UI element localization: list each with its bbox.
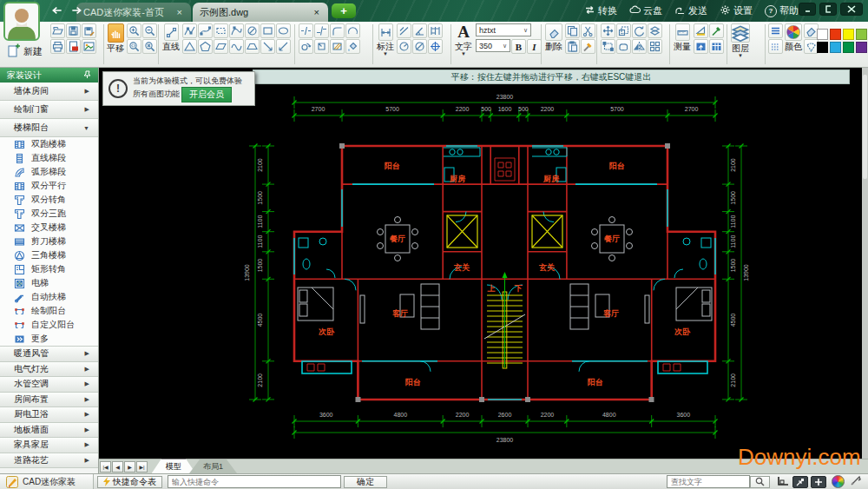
export-pdf-button[interactable]	[66, 39, 81, 54]
dimension-button[interactable]	[378, 23, 393, 41]
ray-tool[interactable]	[260, 39, 275, 54]
construction-tool[interactable]	[214, 23, 228, 38]
bold-button[interactable]: B	[511, 39, 526, 54]
draw-order-icon[interactable]	[850, 474, 861, 489]
color-swatch[interactable]	[856, 29, 867, 40]
sidebar-section[interactable]: 道路花艺▶	[0, 453, 98, 469]
polyline-tool[interactable]	[182, 23, 197, 38]
titlebar-action-gear[interactable]: 设置	[720, 4, 753, 17]
rectangle-tool[interactable]	[260, 23, 275, 38]
sidebar-item[interactable]: 交叉楼梯	[0, 221, 98, 235]
sidebar-section[interactable]: 家具家居▶	[0, 438, 98, 453]
sidebar-section[interactable]: 房间布置▶	[0, 393, 98, 408]
sidebar-item[interactable]: 绘制阳台	[0, 304, 98, 318]
new-tab-button[interactable]: +	[332, 3, 356, 18]
sidebar-section-doors[interactable]: 绘制门窗▶	[0, 101, 98, 119]
prev-layout-button[interactable]: ◀	[112, 461, 123, 472]
open-button[interactable]	[50, 23, 65, 38]
color-swatch[interactable]	[817, 29, 828, 40]
forward-button[interactable]	[66, 3, 87, 18]
format-painter-button[interactable]	[581, 39, 595, 54]
aligned-dim-tool[interactable]	[397, 23, 411, 38]
ortho-mode-icon[interactable]	[777, 474, 789, 489]
titlebar-action-help[interactable]: ?帮助	[765, 4, 799, 17]
color-swatch[interactable]	[830, 29, 841, 40]
color-swatch[interactable]	[843, 29, 854, 40]
xline-tool[interactable]	[276, 39, 291, 54]
mirror-tool[interactable]	[632, 39, 647, 54]
sidebar-item[interactable]: 剪刀楼梯	[0, 235, 98, 248]
zoom-out-button[interactable]	[142, 23, 157, 38]
minimize-button[interactable]	[799, 3, 816, 16]
back-button[interactable]	[47, 3, 68, 18]
markup-tool[interactable]	[709, 23, 724, 38]
sidebar-section[interactable]: 厨电卫浴▶	[0, 407, 98, 423]
revision-cloud-tool[interactable]	[229, 39, 244, 54]
sidebar-item[interactable]: 双跑楼梯	[0, 137, 98, 151]
tab-close-icon[interactable]: ×	[175, 8, 184, 17]
zoom-extents-button[interactable]	[142, 39, 157, 54]
pan-button[interactable]	[108, 23, 124, 43]
rotate-tool[interactable]	[632, 23, 647, 38]
erase-button[interactable]	[545, 23, 562, 41]
revolve-tool[interactable]	[299, 39, 313, 54]
layers-button[interactable]	[731, 23, 750, 43]
baseline-dim-tool[interactable]	[428, 23, 443, 38]
copy-objects-tool[interactable]	[648, 23, 662, 38]
offset-tool[interactable]	[616, 39, 631, 54]
measure-button[interactable]	[675, 23, 690, 41]
find-text-input[interactable]	[667, 475, 750, 488]
titlebar-action-send[interactable]: 发送	[674, 4, 707, 17]
cut-button[interactable]	[581, 23, 595, 38]
sidebar-section[interactable]: 电气灯光▶	[0, 362, 98, 378]
stretch-tool[interactable]	[601, 39, 615, 54]
color-swatch[interactable]	[817, 42, 828, 53]
save-as-button[interactable]	[82, 23, 96, 38]
last-layout-button[interactable]: ▶|	[136, 461, 148, 472]
trim-tool[interactable]	[314, 23, 329, 38]
sidebar-section[interactable]: 水管空调▶	[0, 377, 98, 393]
radius-dim-tool[interactable]	[397, 39, 411, 54]
paste-button[interactable]	[565, 39, 580, 54]
sidebar-section[interactable]: 地板墙面▶	[0, 423, 98, 439]
trapezoid-tool[interactable]	[245, 39, 260, 54]
layout1-tab[interactable]: 布局1	[189, 459, 237, 473]
tab-home[interactable]: CAD迷你家装-首页 ×	[76, 3, 191, 22]
triangle-tool[interactable]	[182, 39, 197, 54]
sidebar-item[interactable]: 更多	[0, 332, 98, 346]
zoom-window-button[interactable]	[127, 39, 141, 54]
sidebar-item[interactable]: 电梯	[0, 276, 98, 290]
arc-tool[interactable]	[345, 23, 360, 38]
sidebar-item[interactable]: 双分三跑	[0, 207, 98, 221]
titlebar-action-cloud[interactable]: 云盘	[629, 4, 662, 17]
ellipse-tool[interactable]	[276, 23, 291, 38]
zoom-in-button[interactable]	[127, 23, 141, 38]
close-button[interactable]	[840, 3, 863, 16]
save-button[interactable]	[66, 23, 81, 38]
next-layout-button[interactable]: ▶	[124, 461, 135, 472]
color-wheel-button[interactable]	[785, 23, 802, 41]
print-button[interactable]	[50, 39, 65, 54]
app-task-item[interactable]: CAD迷你家装	[0, 474, 94, 489]
sidebar-item[interactable]: 直线梯段	[0, 151, 98, 165]
sidebar-section-stairs[interactable]: 楼梯阳台▼	[0, 119, 98, 137]
bezier-tool[interactable]	[229, 23, 244, 38]
fillet-tool[interactable]	[330, 23, 345, 38]
italic-button[interactable]: I	[527, 39, 542, 54]
break-tool[interactable]	[299, 23, 313, 38]
lineweight-button[interactable]	[768, 39, 783, 54]
command-input[interactable]	[168, 475, 341, 488]
scale-tool[interactable]	[616, 23, 631, 38]
diameter-dim-tool[interactable]	[412, 39, 427, 54]
color-swatch[interactable]	[830, 42, 841, 53]
sidebar-item[interactable]: 矩形转角	[0, 262, 98, 276]
edit-polyline-tool[interactable]	[314, 39, 329, 54]
sidebar-item[interactable]: 自定义阳台	[0, 318, 98, 332]
copy-button[interactable]	[565, 23, 580, 38]
screenshot-tool[interactable]	[694, 39, 708, 54]
circle-tool[interactable]	[245, 23, 260, 38]
drawing-canvas[interactable]: 2380027005700220050016005002200570027003…	[99, 68, 862, 459]
polygon-tool[interactable]	[198, 39, 213, 54]
linetype-button[interactable]	[768, 23, 783, 38]
text-tool-icon[interactable]: A	[457, 23, 470, 41]
